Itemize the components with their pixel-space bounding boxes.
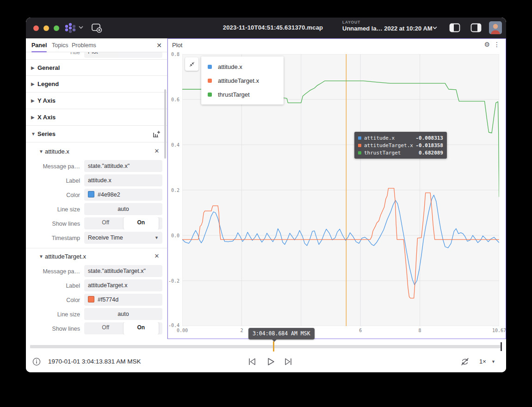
collapse-arrows-icon: [188, 61, 196, 68]
layout-label: LAYOUT: [342, 20, 433, 25]
add-series-icon[interactable]: [152, 130, 161, 138]
left-sidebar-toggle-icon[interactable]: [449, 23, 460, 32]
line-size-row: Line size auto: [26, 307, 167, 321]
x-tick: 0.00: [177, 328, 188, 333]
desktop-background: 2023-11-10T04:51:45.631370.mcap LAYOUT U…: [0, 0, 532, 407]
hover-time-tooltip: 3:04:08.684 AM MSK: [248, 328, 315, 339]
series-color-swatch: [208, 92, 212, 97]
close-window-button[interactable]: [33, 25, 39, 31]
right-sidebar-toggle-icon[interactable]: [470, 23, 482, 32]
y-tick: 0.4: [167, 142, 179, 148]
show-lines-on-button[interactable]: On: [124, 217, 159, 229]
loop-off-icon[interactable]: [460, 357, 470, 366]
hover-values-tooltip: attitude.x -0.008313 attitudeTarget.x -0…: [354, 132, 447, 159]
title-field-row: Title Plot: [26, 52, 167, 59]
sidebar-scrollbar[interactable]: [164, 89, 166, 159]
series-color-swatch: [208, 79, 212, 83]
color-row: Color #4e98e2: [26, 188, 167, 202]
playback-controls-bar: 1970-01-01 3:04:13.831 AM MSK 1× ▼: [26, 352, 506, 372]
x-tick: 8: [419, 328, 421, 333]
layout-menu-chevron-icon[interactable]: [432, 26, 438, 30]
chevron-down-icon: ▼: [31, 131, 37, 136]
color-input[interactable]: #f5774d: [84, 294, 162, 306]
current-timestamp[interactable]: 1970-01-01 3:04:13.831 AM MSK: [48, 358, 141, 365]
label-row: Label attitude.x: [26, 173, 167, 188]
color-input[interactable]: #4e98e2: [84, 189, 162, 201]
info-icon[interactable]: [32, 358, 41, 366]
playback-speed[interactable]: 1×: [479, 358, 486, 365]
plot-legend: attitude.x attitudeTarget.x thrustTarget: [201, 56, 284, 105]
add-panel-icon[interactable]: [91, 23, 103, 33]
legend-item-thrust-target[interactable]: thrustTarget: [201, 87, 284, 101]
line-size-input[interactable]: auto: [84, 203, 162, 215]
x-tick: 10.67: [492, 328, 506, 333]
seek-bar[interactable]: [30, 345, 502, 348]
legend-item-attitude-x[interactable]: attitude.x: [201, 60, 284, 74]
layout-name: Unnamed la… 2022 at 10:20 AM: [342, 25, 433, 32]
section-series[interactable]: ▼ Series: [26, 126, 167, 142]
message-path-row: Message pa… state."attitude.x": [26, 159, 167, 173]
remove-series-icon[interactable]: ✕: [153, 148, 161, 155]
tab-panel[interactable]: Panel: [31, 38, 47, 52]
y-tick: 0.8: [167, 52, 179, 57]
layout-menu[interactable]: LAYOUT Unnamed la… 2022 at 10:20 AM: [342, 20, 433, 32]
tooltip-value: -0.008313: [415, 135, 443, 141]
series-color-swatch: [358, 136, 361, 140]
tab-topics[interactable]: Topics: [52, 38, 68, 52]
y-tick: 0.2: [167, 188, 179, 193]
series-color-swatch: [358, 144, 361, 147]
remove-series-icon[interactable]: ✕: [153, 253, 161, 260]
series-attitude-target-x-header[interactable]: ▼ attitudeTarget.x ✕: [26, 248, 167, 264]
section-y-axis[interactable]: ▶ Y Axis: [26, 92, 167, 109]
panel-header: Plot ⚙ ⋮: [168, 39, 506, 51]
sidebar-tabs: Panel Topics Problems ✕: [26, 38, 167, 52]
tooltip-row: attitude.x -0.008313: [358, 134, 443, 142]
section-legend[interactable]: ▶ Legend: [26, 76, 167, 92]
play-button[interactable]: [266, 357, 276, 366]
line-size-input[interactable]: auto: [84, 308, 162, 320]
color-swatch[interactable]: [88, 191, 94, 197]
x-tick: 2: [240, 328, 243, 333]
message-path-input[interactable]: state."attitudeTarget.x": [84, 265, 162, 277]
title-field-input[interactable]: Plot: [84, 52, 162, 58]
user-avatar[interactable]: [489, 21, 502, 34]
app-logo-icon[interactable]: [65, 23, 76, 33]
label-input[interactable]: attitude.x: [84, 174, 162, 186]
series-line-attitudeTarget.x: [182, 188, 499, 298]
message-path-input[interactable]: state."attitude.x": [84, 160, 162, 172]
chevron-right-icon: ▶: [31, 115, 37, 120]
show-lines-off-button[interactable]: Off: [88, 322, 124, 334]
legend-item-attitude-target-x[interactable]: attitudeTarget.x: [201, 74, 284, 87]
show-lines-on-button[interactable]: On: [124, 322, 159, 334]
tab-problems[interactable]: Problems: [72, 38, 96, 52]
panel-more-menu-icon[interactable]: ⋮: [494, 41, 500, 48]
panel-title: Plot: [172, 42, 182, 49]
data-source-title[interactable]: 2023-11-10T04:51:45.631370.mcap: [197, 24, 349, 31]
seek-to-start-button[interactable]: [247, 357, 257, 366]
sidebar-close-icon[interactable]: ✕: [155, 42, 163, 49]
title-field-label: Title: [69, 52, 80, 56]
series-attitude-x-header[interactable]: ▼ attitude.x ✕: [26, 143, 167, 159]
y-tick: 0.6: [167, 97, 179, 102]
show-lines-toggle: Off On: [84, 217, 162, 229]
chevron-down-icon[interactable]: ▼: [491, 359, 495, 364]
tooltip-row: attitudeTarget.x -0.018358: [358, 142, 443, 149]
color-swatch[interactable]: [88, 296, 94, 302]
minimize-window-button[interactable]: [43, 25, 49, 31]
timestamp-select[interactable]: Receive Time ▼: [84, 232, 162, 244]
label-input[interactable]: attitudeTarget.x: [84, 279, 162, 291]
show-lines-off-button[interactable]: Off: [88, 217, 124, 229]
series-color-swatch: [358, 151, 361, 154]
plot-chart-area[interactable]: attitude.x attitudeTarget.x thrustTarget: [182, 54, 499, 326]
section-general[interactable]: ▶ General: [26, 59, 167, 76]
seek-to-end-button[interactable]: [283, 357, 293, 366]
zoom-window-button[interactable]: [54, 25, 59, 31]
plot-panel[interactable]: Plot ⚙ ⋮ 0.8 0.6 0.4 0.2 0.0 -0.2 -0.4: [167, 38, 506, 339]
section-x-axis[interactable]: ▶ X Axis: [26, 109, 167, 126]
sidebar-scroll-area[interactable]: Title Plot ▶ General ▶ Legend ▶ Y Axis ▶: [26, 52, 167, 339]
legend-collapse-button[interactable]: [185, 57, 198, 71]
message-path-row: Message pa… state."attitudeTarget.x": [26, 264, 167, 278]
timestamp-row: Timestamp Receive Time ▼: [26, 231, 167, 245]
panel-settings-gear-icon[interactable]: ⚙: [484, 41, 490, 48]
app-menu-chevron-icon[interactable]: [78, 25, 84, 29]
